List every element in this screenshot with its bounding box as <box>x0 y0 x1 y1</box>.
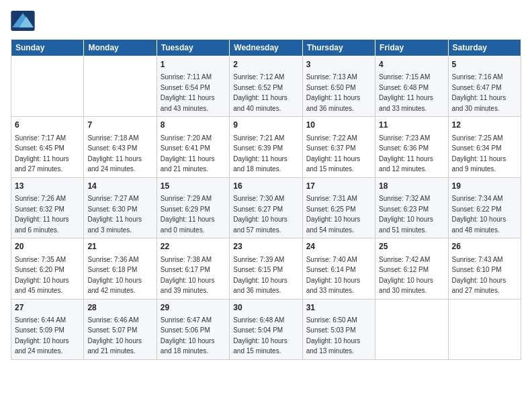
sunrise-text: Sunrise: 7:32 AM <box>379 195 430 202</box>
sunrise-text: Sunrise: 7:29 AM <box>161 195 212 202</box>
sunrise-text: Sunrise: 7:34 AM <box>452 195 503 202</box>
day-number: 14 <box>87 181 152 192</box>
daylight-text: Daylight: 10 hours and 21 minutes. <box>87 337 142 355</box>
daylight-text: Daylight: 10 hours and 30 minutes. <box>379 277 433 295</box>
day-number: 12 <box>452 120 517 131</box>
sunrise-text: Sunrise: 7:12 AM <box>233 73 284 81</box>
day-number: 27 <box>15 302 80 314</box>
sunset-text: Sunset: 5:07 PM <box>87 326 137 334</box>
day-number: 31 <box>306 302 371 314</box>
calendar-cell: 16 Sunrise: 7:30 AM Sunset: 6:27 PM Dayl… <box>230 177 302 238</box>
daylight-text: Daylight: 11 hours and 36 minutes. <box>306 94 361 112</box>
daylight-text: Daylight: 11 hours and 3 minutes. <box>87 216 142 234</box>
sunset-text: Sunset: 6:52 PM <box>233 84 283 91</box>
calendar-cell: 18 Sunrise: 7:32 AM Sunset: 6:23 PM Dayl… <box>375 177 448 238</box>
weekday-header: Wednesday <box>230 40 302 56</box>
daylight-text: Daylight: 11 hours and 40 minutes. <box>233 94 287 112</box>
sunrise-text: Sunrise: 7:38 AM <box>161 256 212 263</box>
logo <box>11 11 38 31</box>
day-number: 11 <box>379 120 444 131</box>
weekday-header: Saturday <box>448 40 521 56</box>
sunrise-text: Sunrise: 6:50 AM <box>306 316 357 324</box>
sunrise-text: Sunrise: 7:11 AM <box>161 73 212 81</box>
sunrise-text: Sunrise: 7:13 AM <box>306 73 357 81</box>
calendar-cell: 27 Sunrise: 6:44 AM Sunset: 5:09 PM Dayl… <box>11 299 84 359</box>
sunrise-text: Sunrise: 7:36 AM <box>87 256 138 263</box>
calendar-cell: 29 Sunrise: 6:47 AM Sunset: 5:06 PM Dayl… <box>157 299 229 359</box>
daylight-text: Daylight: 10 hours and 36 minutes. <box>233 277 287 295</box>
sunset-text: Sunset: 6:29 PM <box>161 205 210 213</box>
day-number: 20 <box>15 241 80 253</box>
daylight-text: Daylight: 10 hours and 51 minutes. <box>379 216 433 234</box>
day-number: 10 <box>306 120 371 131</box>
sunset-text: Sunset: 6:17 PM <box>161 266 210 273</box>
sunrise-text: Sunrise: 6:46 AM <box>87 316 138 324</box>
sunset-text: Sunset: 5:06 PM <box>161 326 210 334</box>
calendar-cell: 15 Sunrise: 7:29 AM Sunset: 6:29 PM Dayl… <box>157 177 229 238</box>
sunrise-text: Sunrise: 7:35 AM <box>15 256 66 263</box>
sunset-text: Sunset: 6:50 PM <box>306 84 356 91</box>
calendar-cell <box>84 56 157 117</box>
day-number: 4 <box>379 59 444 71</box>
sunset-text: Sunset: 6:54 PM <box>161 84 210 91</box>
calendar-cell: 9 Sunrise: 7:21 AM Sunset: 6:39 PM Dayli… <box>230 117 302 177</box>
calendar-cell: 10 Sunrise: 7:22 AM Sunset: 6:37 PM Dayl… <box>302 117 375 177</box>
weekday-header: Tuesday <box>157 40 229 56</box>
day-number: 9 <box>233 120 298 131</box>
page-header <box>11 11 521 31</box>
daylight-text: Daylight: 11 hours and 12 minutes. <box>379 155 433 173</box>
sunset-text: Sunset: 6:48 PM <box>379 84 429 91</box>
daylight-text: Daylight: 10 hours and 13 minutes. <box>306 337 361 355</box>
daylight-text: Daylight: 11 hours and 18 minutes. <box>233 155 287 173</box>
sunrise-text: Sunrise: 7:16 AM <box>452 73 503 81</box>
calendar-cell <box>375 299 448 359</box>
day-number: 25 <box>379 241 444 253</box>
sunset-text: Sunset: 6:27 PM <box>233 205 283 213</box>
day-number: 6 <box>15 120 80 131</box>
sunrise-text: Sunrise: 7:31 AM <box>306 195 357 202</box>
sunrise-text: Sunrise: 7:15 AM <box>379 73 430 81</box>
sunrise-text: Sunrise: 7:22 AM <box>306 134 357 142</box>
header-row: SundayMondayTuesdayWednesdayThursdayFrid… <box>11 40 521 56</box>
day-number: 22 <box>161 241 226 253</box>
sunset-text: Sunset: 5:09 PM <box>15 326 64 334</box>
sunrise-text: Sunrise: 7:27 AM <box>87 195 138 202</box>
sunset-text: Sunset: 6:39 PM <box>233 144 283 152</box>
weekday-header: Thursday <box>302 40 375 56</box>
daylight-text: Daylight: 11 hours and 24 minutes. <box>87 155 142 173</box>
weekday-header: Sunday <box>11 40 84 56</box>
sunset-text: Sunset: 6:43 PM <box>87 144 137 152</box>
sunset-text: Sunset: 6:20 PM <box>15 266 64 273</box>
day-number: 30 <box>233 302 298 314</box>
calendar-cell: 6 Sunrise: 7:17 AM Sunset: 6:45 PM Dayli… <box>11 117 84 177</box>
sunset-text: Sunset: 6:18 PM <box>87 266 137 273</box>
day-number: 16 <box>233 181 298 192</box>
daylight-text: Daylight: 10 hours and 18 minutes. <box>161 337 215 355</box>
daylight-text: Daylight: 10 hours and 42 minutes. <box>87 277 142 295</box>
calendar-cell <box>11 56 84 117</box>
sunrise-text: Sunrise: 6:48 AM <box>233 316 284 324</box>
daylight-text: Daylight: 11 hours and 6 minutes. <box>15 216 69 234</box>
daylight-text: Daylight: 11 hours and 27 minutes. <box>15 155 69 173</box>
sunset-text: Sunset: 5:04 PM <box>233 326 283 334</box>
logo-icon <box>11 11 35 31</box>
calendar-cell: 7 Sunrise: 7:18 AM Sunset: 6:43 PM Dayli… <box>84 117 157 177</box>
day-number: 13 <box>15 181 80 192</box>
calendar-cell <box>448 299 521 359</box>
day-number: 8 <box>161 120 226 131</box>
day-number: 18 <box>379 181 444 192</box>
daylight-text: Daylight: 10 hours and 54 minutes. <box>306 216 361 234</box>
calendar-cell: 2 Sunrise: 7:12 AM Sunset: 6:52 PM Dayli… <box>230 56 302 117</box>
calendar-cell: 11 Sunrise: 7:23 AM Sunset: 6:36 PM Dayl… <box>375 117 448 177</box>
calendar-cell: 21 Sunrise: 7:36 AM Sunset: 6:18 PM Dayl… <box>84 238 157 299</box>
calendar-cell: 14 Sunrise: 7:27 AM Sunset: 6:30 PM Dayl… <box>84 177 157 238</box>
daylight-text: Daylight: 11 hours and 30 minutes. <box>452 94 506 112</box>
daylight-text: Daylight: 10 hours and 24 minutes. <box>15 337 69 355</box>
daylight-text: Daylight: 10 hours and 45 minutes. <box>15 277 69 295</box>
day-number: 17 <box>306 181 371 192</box>
sunset-text: Sunset: 6:15 PM <box>233 266 283 273</box>
sunset-text: Sunset: 6:10 PM <box>452 266 502 273</box>
sunrise-text: Sunrise: 7:25 AM <box>452 134 503 142</box>
calendar-cell: 23 Sunrise: 7:39 AM Sunset: 6:15 PM Dayl… <box>230 238 302 299</box>
daylight-text: Daylight: 10 hours and 39 minutes. <box>161 277 215 295</box>
